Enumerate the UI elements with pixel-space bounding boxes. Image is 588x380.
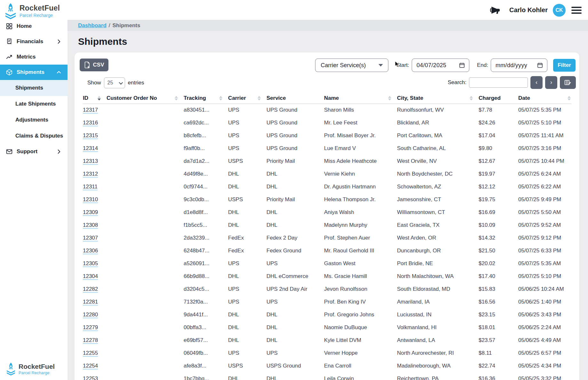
breadcrumb-dashboard-link[interactable]: Dashboard <box>78 22 107 29</box>
shipment-id-link[interactable]: 12316 <box>83 120 98 126</box>
cell-tracking: d3204c5... <box>184 283 228 296</box>
cell-city_state: North Malachitown, WA <box>397 270 479 283</box>
cell-date: 05/07/25 6:22 AM <box>518 180 571 193</box>
start-date-input[interactable]: 04/07/2025 <box>412 59 469 72</box>
cell-tracking: 1bc7bbq... <box>184 372 228 380</box>
sidebar-item-shipments[interactable]: Shipments <box>0 65 68 80</box>
column-header-service: Service <box>266 93 324 104</box>
column-settings-button[interactable] <box>560 76 576 89</box>
shipment-id-link[interactable]: 12307 <box>83 235 98 241</box>
shipment-id-link[interactable]: 12281 <box>83 299 98 305</box>
submenu-item-shipments[interactable]: Shipments <box>0 80 68 96</box>
column-header-name[interactable]: Name <box>324 93 397 104</box>
carrier-service-dropdown-value: Carrier Service(s) <box>321 62 366 69</box>
cell-date: 05/07/25 3:16 PM <box>518 142 571 155</box>
search-input[interactable] <box>469 77 528 88</box>
page-size-value: 25 <box>107 80 113 86</box>
shipment-id-link[interactable]: 12312 <box>83 171 98 177</box>
submenu-item-adjustments[interactable]: Adjustments <box>0 112 68 128</box>
sort-icon[interactable] <box>98 96 101 100</box>
column-header-city_state[interactable]: City, State <box>397 93 479 104</box>
shipment-id-link[interactable]: 12309 <box>83 209 98 215</box>
shipment-id-link[interactable]: 12278 <box>83 337 98 343</box>
carrier-service-dropdown[interactable]: Carrier Service(s) <box>315 59 388 72</box>
show-label: Show <box>87 80 101 86</box>
table-row: 1230466b9d88...DHLDHL eCommerceMs. Graci… <box>83 270 571 283</box>
cell-tracking: e69bf57... <box>184 334 228 347</box>
cell-carrier: UPS <box>228 347 266 360</box>
hamburger-icon[interactable] <box>571 7 582 14</box>
shipment-id-link[interactable]: 12280 <box>83 312 98 318</box>
rocket-logo-icon <box>4 3 17 19</box>
cell-service: Fedex 2 Day <box>266 232 324 244</box>
sort-icon[interactable] <box>388 96 391 100</box>
shipment-id-link[interactable]: 12314 <box>83 145 98 151</box>
megaphone-icon[interactable] <box>490 5 501 16</box>
cell-service: Priority Mail <box>266 155 324 168</box>
column-header-id[interactable]: ID <box>83 93 107 104</box>
shipment-id-link[interactable]: 12315 <box>83 132 98 139</box>
cell-order_no <box>107 180 184 193</box>
sidebar-item-financials[interactable]: Financials <box>0 34 68 49</box>
page-size-select[interactable]: 25 <box>104 77 125 88</box>
cell-city_state: Blickland, AR <box>397 116 479 129</box>
cell-id: 12305 <box>83 257 107 270</box>
column-header-order_no[interactable]: Customer Order No <box>107 93 184 104</box>
column-header-label: Tracking <box>184 95 206 101</box>
shipment-id-link[interactable]: 12306 <box>83 248 98 254</box>
cell-carrier: DHL <box>228 206 266 219</box>
sidebar-item-support[interactable]: Support <box>0 144 68 159</box>
shipment-id-link[interactable]: 12255 <box>83 350 98 356</box>
sort-icon[interactable] <box>175 96 178 100</box>
column-header-date[interactable]: Date <box>518 93 571 104</box>
cell-tracking: a526091... <box>184 257 228 270</box>
cell-city_state: South Eldorastad, MD <box>397 283 479 296</box>
submenu-item-late-shipments[interactable]: Late Shipments <box>0 96 68 112</box>
cell-carrier: UPS <box>228 257 266 270</box>
shipment-id-link[interactable]: 12304 <box>83 273 98 279</box>
cell-service: DHL <box>266 180 324 193</box>
submenu-item-claims-disputes[interactable]: Claims & Disputes <box>0 128 68 144</box>
sort-icon[interactable] <box>258 96 261 100</box>
shipment-id-link[interactable]: 12308 <box>83 222 98 228</box>
cell-charged: $20.02 <box>479 257 518 270</box>
shipment-id-link[interactable]: 12310 <box>83 196 98 202</box>
brand-name: RocketFuel <box>19 363 55 370</box>
column-header-carrier[interactable]: Carrier <box>228 93 266 104</box>
sidebar-item-home[interactable]: Home <box>0 19 68 34</box>
sort-icon[interactable] <box>470 96 473 100</box>
shipment-id-link[interactable]: 12279 <box>83 324 98 330</box>
shipment-id-link[interactable]: 12254 <box>83 363 98 369</box>
shipment-id-link[interactable]: 12311 <box>83 184 98 190</box>
cell-carrier: DHL <box>228 219 266 232</box>
sort-icon[interactable] <box>568 96 571 100</box>
avatar[interactable]: CK <box>553 4 566 17</box>
cell-service: USPS Ground <box>266 360 324 372</box>
shipment-id-link[interactable]: 12313 <box>83 158 98 164</box>
cell-charged: $7.78 <box>479 104 518 116</box>
sidebar-item-metrics[interactable]: Metrics <box>0 49 68 65</box>
shipment-id-link[interactable]: 12317 <box>83 107 98 113</box>
table-row: 123124d49f8e...DHLDHLVernie KiehnNorth B… <box>83 168 571 180</box>
cell-id: 12306 <box>83 244 107 257</box>
prev-page-button[interactable]: ‹ <box>530 76 543 89</box>
table-row: 12316ca692dc...UPSUPS GroundMr. Lee Fees… <box>83 116 571 129</box>
column-header-tracking[interactable]: Tracking <box>184 93 228 104</box>
shipment-id-link[interactable]: 12253 <box>83 376 98 380</box>
csv-export-button[interactable]: CSV <box>80 59 108 71</box>
sort-icon[interactable] <box>219 96 222 100</box>
shipment-id-link[interactable]: 12282 <box>83 286 98 292</box>
cell-date: 05/07/25 9:49 PM <box>518 193 571 206</box>
cell-date: 05/05/25 3:32 PM <box>518 372 571 380</box>
app-logo[interactable]: RocketFuel Parcel Recharge <box>4 3 60 19</box>
cell-tracking: a830451... <box>184 104 228 116</box>
cell-id: 12281 <box>83 296 107 308</box>
next-page-button[interactable]: › <box>545 76 557 89</box>
shipment-id-link[interactable]: 12305 <box>83 260 98 266</box>
cell-order_no <box>107 155 184 168</box>
breadcrumb-separator: / <box>109 22 110 29</box>
table-row: 12254afe8a3f...USPSUSPS GroundEna Carrol… <box>83 360 571 372</box>
filter-button[interactable]: Filter <box>553 59 576 72</box>
end-date-input[interactable]: mm/dd/yyyy <box>491 59 547 72</box>
cell-carrier: USPS <box>228 193 266 206</box>
